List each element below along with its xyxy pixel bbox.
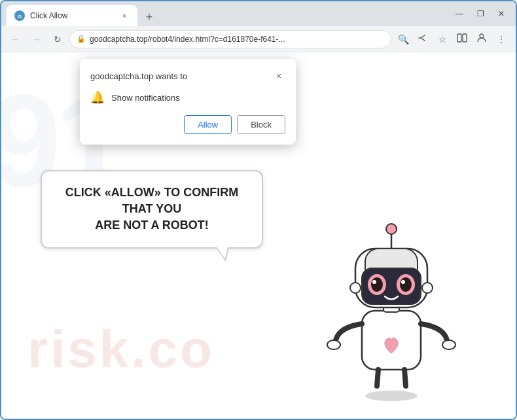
bookmark-icon: ☆ bbox=[438, 34, 447, 44]
svg-point-4 bbox=[480, 34, 484, 38]
refresh-button[interactable]: ↻ bbox=[48, 30, 67, 48]
popup-close-button[interactable]: × bbox=[272, 69, 285, 82]
url-text: goodcaptcha.top/robot4/index.html?c=d161… bbox=[90, 35, 384, 44]
bookmark-button[interactable]: ☆ bbox=[433, 30, 452, 48]
svg-point-14 bbox=[371, 277, 383, 292]
block-button[interactable]: Block bbox=[237, 115, 285, 134]
tab-close-button[interactable]: × bbox=[119, 10, 130, 21]
svg-point-15 bbox=[372, 280, 376, 284]
refresh-icon: ↻ bbox=[54, 34, 62, 44]
main-text: CLICK «ALLOW» TO CONFIRM THAT YOU ARE NO… bbox=[62, 184, 242, 234]
nav-actions: 🔍 ☆ bbox=[394, 30, 510, 48]
address-bar[interactable]: 🔒 goodcaptcha.top/robot4/index.html?c=d1… bbox=[69, 30, 391, 48]
main-text-line2: ARE NOT A ROBOT! bbox=[95, 219, 209, 232]
svg-point-17 bbox=[400, 277, 412, 292]
svg-rect-3 bbox=[463, 34, 467, 42]
new-tab-button[interactable]: + bbox=[140, 8, 158, 26]
popup-buttons: Allow Block bbox=[90, 115, 285, 134]
lock-icon: 🔒 bbox=[77, 35, 86, 43]
svg-point-22 bbox=[422, 283, 433, 293]
speech-bubble: CLICK «ALLOW» TO CONFIRM THAT YOU ARE NO… bbox=[41, 170, 263, 249]
popup-title: goodcaptcha.top wants to bbox=[90, 71, 187, 81]
minimize-button[interactable]: — bbox=[450, 5, 469, 23]
split-icon bbox=[457, 33, 467, 45]
robot-illustration bbox=[319, 209, 463, 406]
forward-icon: → bbox=[32, 34, 41, 44]
main-text-line1: CLICK «ALLOW» TO CONFIRM THAT YOU bbox=[65, 186, 239, 215]
share-button[interactable] bbox=[414, 30, 432, 48]
profile-icon bbox=[476, 33, 487, 45]
notification-popup: goodcaptcha.top wants to × 🔔 Show notifi… bbox=[80, 59, 296, 145]
svg-point-5 bbox=[365, 391, 418, 401]
popup-notification-row: 🔔 Show notifications bbox=[90, 90, 285, 105]
browser-window: G Click Allow × + — ❐ ✕ ← → ↻ 🔒 goodcapt… bbox=[0, 0, 517, 420]
back-icon: ← bbox=[11, 34, 20, 44]
svg-point-20 bbox=[386, 224, 397, 234]
svg-point-18 bbox=[401, 280, 405, 284]
svg-point-21 bbox=[350, 283, 361, 293]
tab-favicon: G bbox=[14, 10, 25, 21]
search-button[interactable]: 🔍 bbox=[394, 30, 412, 48]
profile-button[interactable] bbox=[472, 30, 491, 48]
svg-text:G: G bbox=[18, 14, 22, 20]
maximize-button[interactable]: ❐ bbox=[471, 5, 490, 23]
allow-button[interactable]: Allow bbox=[184, 115, 232, 134]
search-icon: 🔍 bbox=[398, 34, 409, 44]
menu-button[interactable]: ⋮ bbox=[492, 30, 510, 48]
svg-point-7 bbox=[327, 340, 340, 349]
navigation-bar: ← → ↻ 🔒 goodcaptcha.top/robot4/index.htm… bbox=[1, 26, 516, 52]
share-icon bbox=[418, 33, 428, 45]
close-button[interactable]: ✕ bbox=[492, 5, 510, 23]
robot-svg bbox=[319, 209, 463, 406]
window-controls: — ❐ ✕ bbox=[450, 5, 510, 23]
tab-title: Click Allow bbox=[30, 11, 114, 20]
bell-icon: 🔔 bbox=[90, 90, 105, 105]
back-button[interactable]: ← bbox=[7, 30, 25, 48]
watermark-risk: risk.co bbox=[27, 319, 215, 379]
popup-header: goodcaptcha.top wants to × bbox=[90, 69, 285, 82]
menu-icon: ⋮ bbox=[497, 34, 506, 44]
tab-bar: G Click Allow × + bbox=[7, 1, 450, 26]
title-bar: G Click Allow × + — ❐ ✕ bbox=[1, 1, 516, 26]
forward-button[interactable]: → bbox=[27, 30, 46, 48]
svg-point-8 bbox=[442, 340, 455, 349]
active-tab[interactable]: G Click Allow × bbox=[7, 5, 137, 26]
svg-rect-2 bbox=[457, 34, 461, 42]
split-button[interactable] bbox=[453, 30, 471, 48]
notification-label: Show notifications bbox=[111, 93, 180, 103]
page-content: 91 risk.co goodcaptcha.top wants to × 🔔 … bbox=[1, 52, 516, 419]
